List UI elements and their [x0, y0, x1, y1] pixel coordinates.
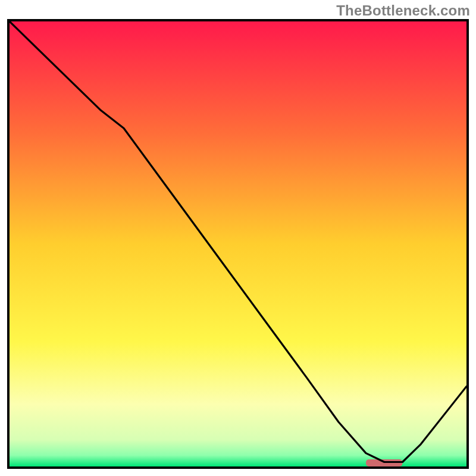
chart-frame: TheBottleneck.com	[0, 0, 476, 476]
plot-area	[7, 19, 469, 469]
watermark-text: TheBottleneck.com	[336, 2, 470, 19]
plot-svg	[10, 21, 466, 466]
